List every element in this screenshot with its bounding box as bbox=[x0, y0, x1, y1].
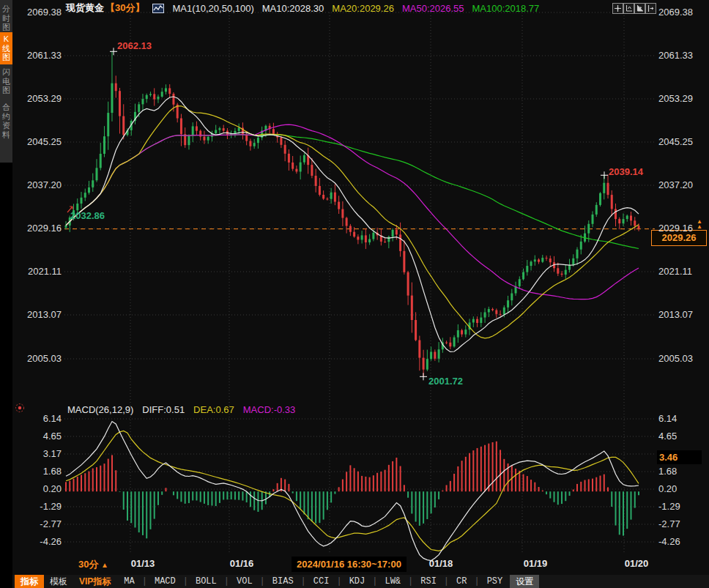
chevron-up-icon: ▲ bbox=[101, 561, 108, 569]
sidebar-tab-1[interactable]: 分时图 bbox=[0, 2, 12, 34]
macd-axis-label-left: 3.17 bbox=[13, 448, 62, 459]
toolbar-separator: | bbox=[301, 576, 306, 587]
price-axis-label-left: 2069.38 bbox=[13, 7, 62, 18]
toolbar-item-KDJ[interactable]: KDJ bbox=[342, 576, 373, 587]
price-axis-label-left: 2045.25 bbox=[13, 136, 62, 147]
axis-scale-icon[interactable] bbox=[623, 3, 634, 14]
x-axis-label: 01/13 bbox=[131, 558, 155, 569]
ma-params-label: MA1(10,20,50,100) bbox=[172, 3, 253, 14]
price-axis-label-right: 2021.11 bbox=[658, 266, 707, 277]
price-axis-label-right: 2061.33 bbox=[658, 50, 707, 61]
macd-axis-label-left: 4.65 bbox=[13, 431, 62, 442]
x-axis-label: 01/19 bbox=[524, 558, 548, 569]
sidebar-tab-2[interactable]: K线图 bbox=[0, 32, 12, 64]
price-axis-label-left: 2053.29 bbox=[13, 93, 62, 104]
price-axis-label-right: 2037.20 bbox=[658, 179, 707, 190]
indicator-dot-icon[interactable] bbox=[15, 403, 25, 413]
macd-axis-label-left: 1.68 bbox=[13, 466, 62, 477]
toolbar-item-MA[interactable]: MA bbox=[116, 576, 141, 587]
macd-axis-label-left: 0.20 bbox=[13, 483, 62, 494]
period-selector[interactable]: 30分 ▲ bbox=[78, 558, 108, 571]
toolbar-item-RSI[interactable]: RSI bbox=[413, 576, 444, 587]
annotation-low: 2001.72 bbox=[428, 376, 463, 387]
toolbar-separator: | bbox=[336, 576, 341, 587]
macd-axis-label-right: -4.26 bbox=[658, 536, 707, 547]
price-axis-label-left: 2013.07 bbox=[13, 309, 62, 320]
annotation-start: 2032.86 bbox=[70, 210, 105, 221]
x-axis-label: 01/16 bbox=[230, 558, 254, 569]
macd-axis-label-left: -1.29 bbox=[13, 501, 62, 512]
price-axis-label-right: 2029.16 bbox=[658, 223, 707, 234]
toolbar-separator: | bbox=[224, 576, 229, 587]
toolbar-item-BIAS[interactable]: BIAS bbox=[265, 576, 301, 587]
macd-dea-value: DEA:0.67 bbox=[193, 404, 234, 415]
toolbar-separator: | bbox=[142, 576, 147, 587]
macd-highlight-value: 3.46 bbox=[657, 450, 702, 464]
sidebar: 分时图K线图闪电图合约资料 bbox=[0, 0, 12, 588]
toolbar-item-MACD[interactable]: MACD bbox=[147, 576, 183, 587]
toolbar-separator: | bbox=[260, 576, 265, 587]
hover-time-label: 2024/01/16 16:30~17:00 二 bbox=[292, 557, 407, 572]
ma50-value: MA50:2026.55 bbox=[402, 3, 464, 14]
symbol-name: 现货黄金 bbox=[66, 1, 104, 15]
price-axis-label-right: 2053.29 bbox=[658, 93, 707, 104]
macd-axis-label-right: -2.77 bbox=[658, 518, 707, 529]
toolbar-separator: | bbox=[444, 576, 449, 587]
ma10-value: MA10:2028.30 bbox=[262, 3, 324, 14]
macd-axis-label-right: 4.65 bbox=[658, 431, 707, 442]
sidebar-tab-3[interactable]: 闪电图 bbox=[0, 65, 12, 97]
bottom-toolbar: 指标模板VIP指标MA|MACD|BOLL|VOL|BIAS|CCI|KDJ|L… bbox=[12, 575, 709, 588]
period-badge: 【30分】 bbox=[105, 1, 144, 15]
chart-header: 现货黄金 【30分】 MA1(10,20,50,100) MA10:2028.3… bbox=[66, 2, 539, 14]
x-axis-row: 30分 ▲ 2024/01/16 16:30~17:00 二 01/1301/1… bbox=[12, 555, 709, 575]
axis-pan-icon[interactable] bbox=[634, 3, 645, 14]
crosshair-icon[interactable] bbox=[612, 3, 623, 14]
x-axis-label: 01/20 bbox=[625, 558, 649, 569]
macd-axis-label-right: 0.20 bbox=[658, 483, 707, 494]
ma100-value: MA100:2018.77 bbox=[472, 3, 540, 14]
shift-right-icon[interactable] bbox=[645, 3, 656, 14]
toolbar-item-VOL[interactable]: VOL bbox=[229, 576, 260, 587]
price-axis-label-right: 2013.07 bbox=[658, 309, 707, 320]
trading-app-window: 分时图K线图闪电图合约资料 现货黄金 【30分】 MA1(10,20,50,10… bbox=[0, 0, 709, 588]
ma20-value: MA20:2029.26 bbox=[332, 3, 394, 14]
price-axis-label-left: 2021.11 bbox=[13, 266, 62, 277]
price-axis-label-right: 2005.03 bbox=[658, 353, 707, 364]
macd-macd-value: MACD:-0.33 bbox=[243, 404, 296, 415]
toolbar-separator: | bbox=[474, 576, 479, 587]
macd-header: MACD(26,12,9) DIFF:0.51 DEA:0.67 MACD:-0… bbox=[67, 404, 295, 415]
price-axis-label-left: 2037.20 bbox=[13, 179, 62, 190]
macd-diff-value: DIFF:0.51 bbox=[142, 404, 185, 415]
toolbar-item-VIP指标[interactable]: VIP指标 bbox=[73, 575, 116, 588]
macd-params-label: MACD(26,12,9) bbox=[67, 404, 133, 415]
annotation-swing-high: 2039.14 bbox=[609, 166, 643, 177]
price-axis-label-right: 2069.38 bbox=[658, 7, 707, 18]
x-axis-label: 01/18 bbox=[429, 558, 453, 569]
toolbar-item-CCI[interactable]: CCI bbox=[306, 576, 337, 587]
toolbar-item-模板[interactable]: 模板 bbox=[44, 575, 73, 588]
price-axis-label-left: 2061.33 bbox=[13, 50, 62, 61]
toolbar-item-指标[interactable]: 指标 bbox=[15, 575, 44, 588]
macd-axis-label-right: 1.68 bbox=[658, 466, 707, 477]
macd-axis-label-left: 6.14 bbox=[13, 413, 62, 424]
annotation-high: 2062.13 bbox=[117, 40, 152, 51]
toolbar-item-PSY[interactable]: PSY bbox=[480, 576, 511, 587]
toolbar-item-LW&[interactable]: LW& bbox=[377, 576, 408, 587]
chart-type-icon[interactable] bbox=[152, 4, 164, 13]
toolbar-separator: | bbox=[183, 576, 188, 587]
toolbar-item-BOLL[interactable]: BOLL bbox=[188, 576, 224, 587]
macd-axis-label-right: -1.29 bbox=[658, 501, 707, 512]
macd-axis-label-left: -2.77 bbox=[13, 518, 62, 529]
price-axis-label-left: 2005.03 bbox=[13, 353, 62, 364]
price-axis-label-left: 2029.16 bbox=[13, 223, 62, 234]
toolbar-item-设置[interactable]: 设置 bbox=[510, 575, 539, 588]
sidebar-tab-4[interactable]: 合约资料 bbox=[0, 100, 12, 141]
toolbar-separator: | bbox=[408, 576, 413, 587]
toolbar-item-CR[interactable]: CR bbox=[449, 576, 474, 587]
macd-axis-label-left: -4.26 bbox=[13, 536, 62, 547]
price-axis-label-right: 2045.25 bbox=[658, 136, 707, 147]
macd-axis-label-right: 6.14 bbox=[658, 413, 707, 424]
toolbar-separator: | bbox=[372, 576, 377, 587]
